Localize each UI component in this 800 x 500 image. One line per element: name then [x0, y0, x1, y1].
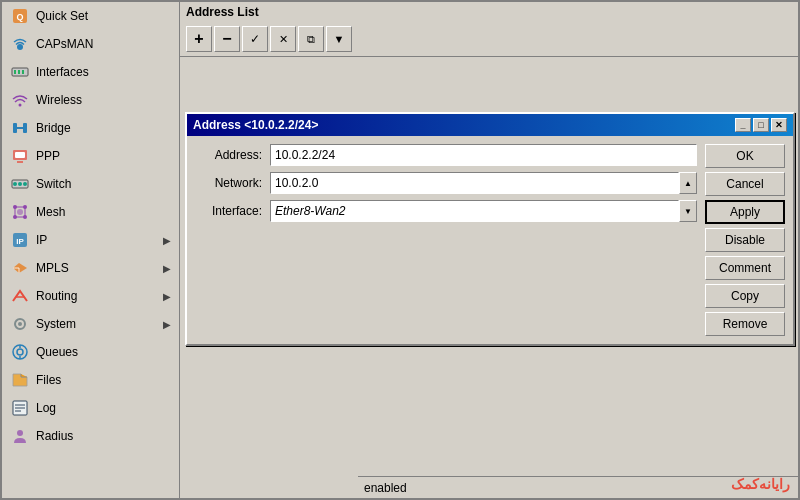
- svg-rect-6: [22, 70, 24, 74]
- dialog-restore-button[interactable]: □: [753, 118, 769, 132]
- svg-rect-12: [15, 152, 25, 158]
- ppp-icon: [10, 146, 30, 166]
- content-area: Address <10.0.2.2/24> _ □ ✕: [180, 57, 798, 498]
- address-input-wrapper: [270, 144, 697, 166]
- watermark-text: رایانه‌کمک: [731, 476, 790, 492]
- dialog-minimize-button[interactable]: _: [735, 118, 751, 132]
- check-button[interactable]: ✓: [242, 26, 268, 52]
- sidebar-item-label: Quick Set: [36, 9, 171, 23]
- add-button[interactable]: +: [186, 26, 212, 52]
- sidebar-item-mpls[interactable]: MPLS ▶: [2, 254, 179, 282]
- system-icon: [10, 314, 30, 334]
- sidebar-item-ip[interactable]: IP IP ▶: [2, 226, 179, 254]
- sidebar-item-system[interactable]: System ▶: [2, 310, 179, 338]
- svg-rect-10: [13, 127, 27, 129]
- close-icon: ✕: [775, 120, 783, 130]
- ip-arrow: ▶: [163, 235, 171, 246]
- panel-title: Address List: [180, 2, 798, 22]
- sidebar-item-routing[interactable]: Routing ▶: [2, 282, 179, 310]
- interface-label: Interface:: [195, 204, 270, 218]
- dialog-titlebar: Address <10.0.2.2/24> _ □ ✕: [187, 114, 793, 136]
- svg-point-15: [13, 182, 17, 186]
- sidebar-item-wireless[interactable]: Wireless: [2, 86, 179, 114]
- sidebar-item-quick-set[interactable]: Q Quick Set: [2, 2, 179, 30]
- filter-button[interactable]: ▼: [326, 26, 352, 52]
- remove-dialog-button[interactable]: Remove: [705, 312, 785, 336]
- remove-button[interactable]: −: [214, 26, 240, 52]
- sidebar-item-label: Log: [36, 401, 171, 415]
- interface-row: Interface: ▼: [195, 200, 697, 222]
- filter-icon: ▼: [334, 33, 345, 45]
- mpls-icon: [10, 258, 30, 278]
- ok-button[interactable]: OK: [705, 144, 785, 168]
- svg-text:Q: Q: [16, 12, 23, 22]
- sidebar-item-ppp[interactable]: PPP: [2, 142, 179, 170]
- minimize-icon: _: [740, 120, 745, 130]
- check-icon: ✓: [250, 32, 260, 46]
- interface-dropdown-button[interactable]: ▼: [679, 200, 697, 222]
- sidebar-item-label: Bridge: [36, 121, 171, 135]
- network-input[interactable]: [270, 172, 679, 194]
- svg-text:IP: IP: [16, 237, 24, 246]
- disable-btn[interactable]: ✕: [270, 26, 296, 52]
- copy-button[interactable]: Copy: [705, 284, 785, 308]
- sidebar-item-log[interactable]: Log: [2, 394, 179, 422]
- copy-icon: ⧉: [307, 33, 315, 46]
- sidebar-item-label: System: [36, 317, 163, 331]
- up-arrow-icon: ▲: [684, 179, 692, 188]
- queues-icon: [10, 342, 30, 362]
- panel-title-text: Address List: [186, 5, 259, 19]
- svg-point-32: [17, 349, 23, 355]
- svg-rect-5: [18, 70, 20, 74]
- sidebar-item-queues[interactable]: Queues: [2, 338, 179, 366]
- address-list-toolbar: + − ✓ ✕ ⧉ ▼: [180, 22, 798, 57]
- disable-button[interactable]: Disable: [705, 228, 785, 252]
- network-row: Network: ▲: [195, 172, 697, 194]
- switch-icon: [10, 174, 30, 194]
- add-icon: +: [194, 30, 203, 48]
- svg-point-7: [19, 104, 22, 107]
- svg-rect-13: [17, 161, 23, 163]
- dialog-body: Address: Network: ▲: [187, 136, 793, 344]
- sidebar-item-switch[interactable]: Switch: [2, 170, 179, 198]
- dialog-close-button[interactable]: ✕: [771, 118, 787, 132]
- address-dialog: Address <10.0.2.2/24> _ □ ✕: [185, 112, 795, 346]
- status-text: enabled: [364, 481, 407, 495]
- sidebar-item-mesh[interactable]: Mesh: [2, 198, 179, 226]
- sidebar-item-radius[interactable]: Radius: [2, 422, 179, 450]
- routing-icon: [10, 286, 30, 306]
- sidebar-item-label: CAPsMAN: [36, 37, 171, 51]
- copy-toolbar-button[interactable]: ⧉: [298, 26, 324, 52]
- dialog-title: Address <10.0.2.2/24>: [193, 118, 318, 132]
- apply-button[interactable]: Apply: [705, 200, 785, 224]
- remove-icon: −: [222, 30, 231, 48]
- sidebar-item-label: Queues: [36, 345, 171, 359]
- mesh-icon: [10, 202, 30, 222]
- cancel-button[interactable]: Cancel: [705, 172, 785, 196]
- files-icon: [10, 370, 30, 390]
- interface-input[interactable]: [270, 200, 679, 222]
- sidebar-item-bridge[interactable]: Bridge: [2, 114, 179, 142]
- dialog-controls: _ □ ✕: [735, 118, 787, 132]
- dialog-form: Address: Network: ▲: [195, 144, 697, 336]
- system-arrow: ▶: [163, 319, 171, 330]
- comment-button[interactable]: Comment: [705, 256, 785, 280]
- quick-set-icon: Q: [10, 6, 30, 26]
- sidebar-item-label: Interfaces: [36, 65, 171, 79]
- radius-icon: [10, 426, 30, 446]
- network-input-wrapper: ▲: [270, 172, 697, 194]
- network-up-button[interactable]: ▲: [679, 172, 697, 194]
- bridge-icon: [10, 118, 30, 138]
- interface-input-wrapper: ▼: [270, 200, 697, 222]
- svg-point-39: [17, 430, 23, 436]
- address-input[interactable]: [270, 144, 697, 166]
- sidebar-item-capsman[interactable]: CAPsMAN: [2, 30, 179, 58]
- ip-icon: IP: [10, 230, 30, 250]
- dropdown-arrow-icon: ▼: [684, 207, 692, 216]
- address-row: Address:: [195, 144, 697, 166]
- sidebar-item-files[interactable]: Files: [2, 366, 179, 394]
- svg-point-2: [17, 44, 23, 50]
- cross-icon: ✕: [279, 33, 288, 46]
- svg-point-18: [17, 209, 23, 215]
- sidebar-item-interfaces[interactable]: Interfaces: [2, 58, 179, 86]
